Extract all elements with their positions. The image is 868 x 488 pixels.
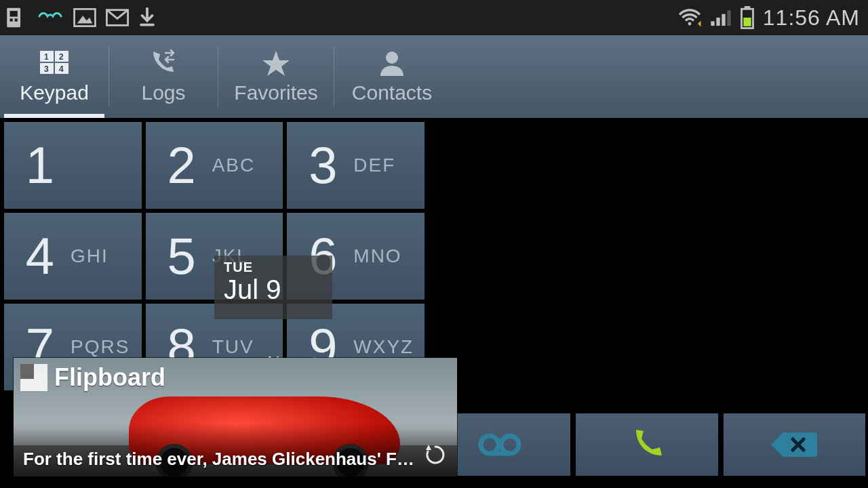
keypad-grid-icon: 1 2 3 4: [38, 49, 71, 77]
key-letters: ABC: [212, 155, 256, 176]
svg-point-7: [688, 22, 691, 26]
svg-text:3: 3: [44, 64, 49, 74]
svg-point-27: [501, 436, 519, 453]
key-letters: PQRS: [71, 336, 130, 358]
svg-marker-8: [698, 21, 701, 27]
svg-rect-4: [75, 9, 96, 26]
wifi-icon: [677, 8, 702, 27]
date-widget[interactable]: TUE Jul 9: [214, 256, 332, 319]
signal-icon: [710, 8, 732, 27]
key-letters: MNO: [353, 245, 401, 267]
svg-rect-0: [7, 8, 20, 27]
flipboard-mark-icon: [20, 364, 47, 391]
svg-marker-29: [426, 445, 431, 450]
person-icon: [376, 49, 408, 77]
svg-point-25: [386, 52, 398, 64]
tab-contacts[interactable]: Contacts: [334, 35, 450, 118]
tab-favorites[interactable]: Favorites: [218, 35, 334, 118]
battery-icon: [740, 6, 755, 29]
key-num: 2: [158, 140, 205, 191]
flipboard-headline: For the first time ever, James Glickenha…: [23, 449, 416, 470]
key-2[interactable]: 2ABC: [146, 122, 283, 209]
glasses-icon: [37, 9, 64, 26]
key-num: 1: [16, 140, 64, 191]
svg-text:4: 4: [59, 64, 64, 74]
star-icon: [260, 49, 292, 77]
svg-text:1: 1: [44, 52, 49, 62]
clock-text: 11:56 AM: [763, 5, 860, 30]
tab-contacts-label: Contacts: [352, 81, 432, 104]
tab-logs-label: Logs: [141, 81, 185, 104]
phone-icon: [627, 424, 667, 465]
phone-arrows-icon: [147, 49, 180, 77]
tab-favorites-label: Favorites: [234, 81, 317, 104]
tab-logs[interactable]: Logs: [109, 35, 218, 118]
refresh-icon: [424, 443, 447, 466]
svg-marker-5: [77, 16, 92, 23]
dialer-actions: [429, 413, 865, 476]
svg-rect-11: [722, 14, 725, 26]
svg-rect-1: [10, 11, 18, 16]
refresh-button[interactable]: [422, 441, 449, 468]
key-letters: GHI: [71, 245, 108, 267]
backspace-icon: [768, 428, 820, 461]
key-4[interactable]: 4GHI: [4, 213, 142, 300]
svg-marker-24: [262, 51, 290, 76]
status-bar: 11:56 AM: [0, 0, 868, 35]
flipboard-logo: Flipboard: [20, 363, 165, 392]
date-dow: TUE: [224, 260, 323, 275]
svg-rect-12: [727, 10, 730, 26]
gmail-icon: [106, 9, 129, 26]
svg-point-26: [481, 436, 498, 453]
svg-rect-2: [10, 18, 13, 21]
key-3[interactable]: 3DEF: [287, 122, 425, 209]
svg-rect-10: [716, 18, 719, 26]
svg-rect-15: [743, 18, 751, 26]
date-month-day: Jul 9: [224, 275, 323, 304]
dialer-tab-bar: 1 2 3 4 Keypad Logs Favorites Contacts: [0, 35, 868, 118]
tab-keypad[interactable]: 1 2 3 4 Keypad: [0, 35, 108, 118]
key-letters: WXYZ: [353, 336, 414, 358]
call-button[interactable]: [576, 413, 717, 476]
key-letters: DEF: [353, 155, 395, 176]
key-letters: TUV: [212, 336, 254, 358]
voicemail-icon: [476, 430, 524, 460]
gallery-icon: [73, 8, 96, 27]
download-icon: [138, 7, 156, 28]
key-1[interactable]: 1: [4, 122, 142, 209]
key-num: 4: [16, 230, 64, 282]
flipboard-card[interactable]: Flipboard For the first time ever, James…: [14, 358, 457, 476]
key-num: 5: [158, 230, 205, 282]
backspace-button[interactable]: [724, 413, 865, 476]
svg-rect-3: [15, 18, 18, 21]
flipboard-brand-text: Flipboard: [54, 363, 165, 392]
svg-rect-9: [711, 21, 714, 26]
svg-text:2: 2: [59, 52, 64, 62]
sim-icon: [4, 6, 27, 29]
tab-keypad-label: Keypad: [20, 81, 89, 104]
key-num: 3: [299, 140, 347, 191]
